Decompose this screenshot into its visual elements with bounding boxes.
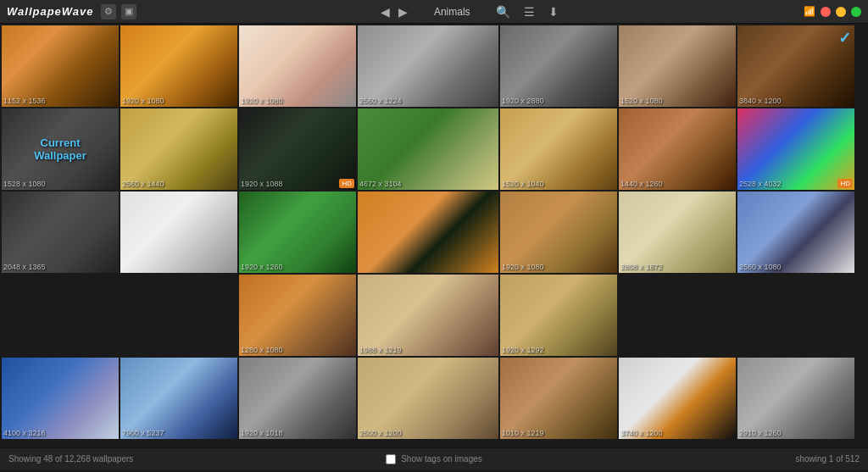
traffic-light-red[interactable] [821, 7, 831, 17]
show-tags-control: Show tags on images [386, 454, 482, 464]
display-icon[interactable]: ▣ [121, 4, 136, 19]
wallpaper-thumb-4-5[interactable]: 3740 x 1200 [619, 358, 736, 439]
wallpaper-thumb-0-1[interactable]: 1920 x 1080 [120, 25, 237, 107]
thumb-resolution-label: 2528 x 4032 [739, 180, 782, 188]
wifi-icon: 📶 [804, 6, 815, 17]
wallpaper-thumb-4-2[interactable]: 1920 x 1018 [239, 358, 356, 439]
grid-row-0: 1152 x 15361920 x 10801920 x 10802560 x … [2, 25, 866, 107]
thumb-resolution-label: 4100 x 3216 [3, 429, 46, 437]
grid-row-4: 4100 x 32167900 x 52371920 x 10182500 x … [2, 358, 866, 439]
page-indicator: showing 1 of 512 [492, 454, 860, 464]
wallpaper-thumb-2-2[interactable]: 1920 x 1260 [239, 192, 356, 273]
showing-count: Showing 48 of 12,268 wallpapers [8, 454, 376, 464]
wallpaper-thumb-2-6[interactable]: 2560 x 1080 [737, 192, 854, 273]
traffic-light-green[interactable] [851, 7, 861, 17]
thumb-resolution-label: 1920 x 1080 [122, 97, 164, 105]
wallpaper-thumb-2-5[interactable]: 2808 x 1872 [619, 192, 736, 273]
wallpaper-thumb-1-4[interactable]: 1520 x 1040 [500, 108, 617, 190]
thumb-resolution-label: 2560 x 1080 [739, 263, 782, 271]
thumb-resolution-label: 1280 x 1080 [241, 346, 283, 354]
thumb-resolution-label: 1520 x 1040 [502, 180, 544, 188]
thumb-resolution-label: 2560 x 1440 [122, 180, 164, 188]
wallpaper-thumb-1-3[interactable]: 4672 x 3104 [358, 108, 498, 190]
thumb-resolution-label: 1988 x 1219 [359, 346, 402, 354]
hd-badge: HD [837, 179, 853, 188]
wallpaper-thumb-4-1[interactable]: 7900 x 5237 [120, 358, 237, 439]
wallpaper-thumb-4-3[interactable]: 2500 x 1200 [358, 358, 498, 439]
thumb-resolution-label: 1152 x 1536 [3, 97, 46, 105]
grid-row-1: Current Wallpaper1528 x 10802560 x 14401… [2, 108, 866, 190]
list-view-button[interactable]: ☰ [520, 3, 538, 20]
app-logo: WallpapeWave [7, 5, 94, 18]
thumb-resolution-label: 1920 x 1088 [241, 180, 283, 188]
hd-badge: HD [339, 179, 354, 188]
nav-next-button[interactable]: ▶ [395, 3, 411, 20]
category-label: Animals [418, 6, 486, 18]
nav-arrows: ◀ ▶ [377, 3, 411, 20]
grid-row-3: 1280 x 10801988 x 12191920 x 1292 [2, 275, 866, 356]
thumb-resolution-label: 1920 x 1260 [241, 263, 283, 271]
grid-row-2: 2048 x 13651920 x 12601920 x 10802808 x … [2, 192, 866, 273]
app-header: WallpapeWave ⚙ ▣ ◀ ▶ Animals 🔍 ☰ ⬇ 📶 [0, 0, 868, 24]
thumb-resolution-label: 1520 x 1080 [620, 97, 663, 105]
thumb-resolution-label: 2560 x 1224 [359, 97, 402, 105]
wallpaper-grid: 1152 x 15361920 x 10801920 x 10802560 x … [0, 24, 868, 447]
right-status: 📶 [804, 6, 861, 17]
thumb-resolution-label: 2048 x 1365 [3, 263, 46, 271]
thumb-resolution-label: 4672 x 3104 [359, 180, 402, 188]
wallpaper-thumb-0-4[interactable]: 1920 x 2880 [500, 25, 617, 107]
wallpaper-thumb-0-0[interactable]: 1152 x 1536 [2, 25, 119, 107]
thumb-resolution-label: 1528 x 1080 [3, 180, 46, 188]
wallpaper-thumb-2-4[interactable]: 1920 x 1080 [500, 192, 617, 273]
settings-icon[interactable]: ⚙ [101, 4, 116, 19]
app-footer: Showing 48 of 12,268 wallpapers Show tag… [0, 447, 868, 469]
show-tags-checkbox[interactable] [386, 454, 396, 464]
current-wallpaper-label: Current Wallpaper [34, 136, 86, 162]
wallpaper-thumb-4-4[interactable]: 1010 x 1219 [500, 358, 617, 439]
wallpaper-thumb-0-2[interactable]: 1920 x 1080 [239, 25, 356, 107]
wallpaper-thumb-3-2[interactable]: 1280 x 1080 [239, 275, 356, 356]
thumb-resolution-label: 2500 x 1200 [359, 429, 402, 437]
wallpaper-thumb-4-6[interactable]: 2910 x 1260 [737, 358, 854, 439]
thumb-resolution-label: 1920 x 1018 [241, 429, 283, 437]
wallpaper-thumb-3-3[interactable]: 1988 x 1219 [358, 275, 498, 356]
thumb-resolution-label: 3740 x 1200 [620, 429, 663, 437]
download-button[interactable]: ⬇ [545, 3, 562, 20]
wallpaper-thumb-2-3[interactable] [358, 192, 498, 273]
wallpaper-thumb-0-3[interactable]: 2560 x 1224 [358, 25, 498, 107]
wallpaper-thumb-1-0[interactable]: Current Wallpaper1528 x 1080 [2, 108, 119, 190]
wallpaper-thumb-3-4[interactable]: 1920 x 1292 [500, 275, 617, 356]
thumb-resolution-label: 1010 x 1219 [502, 429, 544, 437]
wallpaper-thumb-1-1[interactable]: 2560 x 1440 [120, 108, 237, 190]
wallpaper-thumb-1-2[interactable]: 1920 x 1088HD [239, 108, 356, 190]
show-tags-label: Show tags on images [401, 454, 482, 464]
thumb-resolution-label: 1920 x 1292 [502, 346, 544, 354]
wallpaper-thumb-0-6[interactable]: 3840 x 1200✓ [737, 25, 854, 107]
thumb-resolution-label: 1920 x 1080 [241, 97, 283, 105]
thumb-resolution-label: 2910 x 1260 [739, 429, 782, 437]
selected-checkmark: ✓ [838, 29, 851, 47]
thumb-resolution-label: 1920 x 1080 [502, 263, 544, 271]
wallpaper-thumb-2-1[interactable] [120, 192, 237, 273]
thumb-resolution-label: 2808 x 1872 [620, 263, 663, 271]
thumb-resolution-label: 1920 x 2880 [502, 97, 544, 105]
nav-prev-button[interactable]: ◀ [377, 3, 393, 20]
wallpaper-thumb-1-5[interactable]: 1440 x 1260 [619, 108, 736, 190]
traffic-light-yellow[interactable] [836, 7, 846, 17]
wallpaper-thumb-0-5[interactable]: 1520 x 1080 [619, 25, 736, 107]
search-button[interactable]: 🔍 [492, 3, 514, 20]
wallpaper-thumb-2-0[interactable]: 2048 x 1365 [2, 192, 119, 273]
wallpaper-thumb-1-6[interactable]: 2528 x 4032HD [737, 108, 854, 190]
header-icons: ⚙ ▣ [101, 4, 136, 19]
wallpaper-thumb-4-0[interactable]: 4100 x 3216 [2, 358, 119, 439]
thumb-resolution-label: 1440 x 1260 [620, 180, 663, 188]
thumb-resolution-label: 7900 x 5237 [122, 429, 164, 437]
thumb-resolution-label: 3840 x 1200 [739, 97, 782, 105]
